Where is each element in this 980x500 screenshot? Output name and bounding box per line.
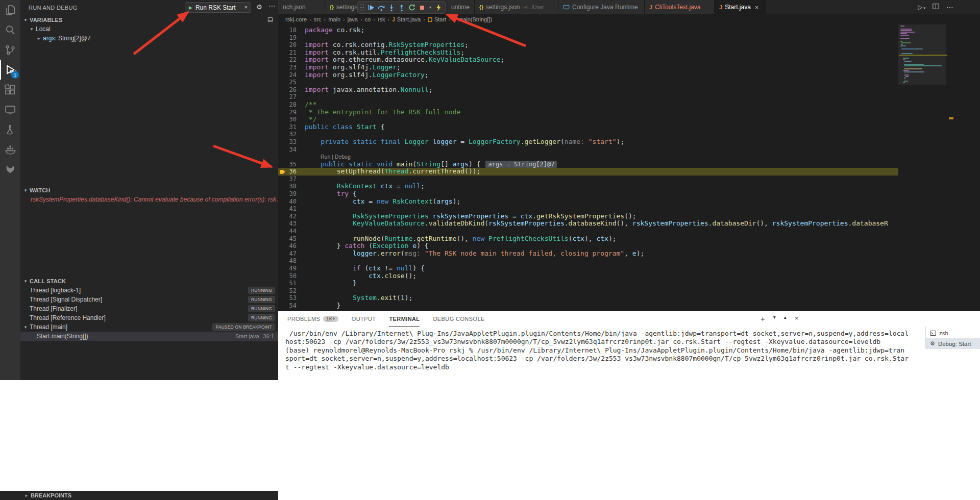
line-number[interactable]: 40 xyxy=(278,198,297,206)
start-debugging-icon[interactable]: ▶ xyxy=(189,5,192,10)
watch-section-header[interactable]: ▾ WATCH xyxy=(20,186,278,195)
variable-item[interactable]: ▸args: String[2]@7 xyxy=(20,34,278,43)
activity-bar-item-search[interactable] xyxy=(0,20,20,40)
code-line-33[interactable]: 33 private static final Logger logger = … xyxy=(278,138,898,146)
launch-config-select[interactable]: ▶ Run RSK Start ▼ xyxy=(185,2,251,13)
line-number[interactable]: 31 xyxy=(278,123,297,131)
run-file-button[interactable]: ▷▾ xyxy=(918,4,925,11)
code-line-48[interactable]: 48 xyxy=(278,257,898,265)
variables-scope-local[interactable]: ▾ Local xyxy=(20,24,278,34)
line-number[interactable]: 38 xyxy=(278,183,297,190)
line-number[interactable]: 46 xyxy=(278,242,297,250)
line-number[interactable]: 29 xyxy=(278,109,297,116)
code-line-21[interactable]: 21import co.rsk.util.PreflightChecksUtil… xyxy=(278,49,898,57)
terminal-list-item-zsh[interactable]: zsh xyxy=(926,328,980,338)
tab-settings-json-3[interactable]: {}settings.json~/.../User xyxy=(475,0,558,14)
breadcrumb-item-start[interactable]: Start xyxy=(428,16,446,22)
code-line-30[interactable]: 30 */ xyxy=(278,116,898,123)
line-number[interactable]: 53 xyxy=(278,294,297,302)
chevron-down-icon[interactable]: ▾ xyxy=(773,314,776,323)
line-number[interactable]: 21 xyxy=(278,49,297,57)
tab-clitoolstest-java-5[interactable]: JCliToolsTest.java xyxy=(645,0,715,14)
line-number[interactable]: 32 xyxy=(278,131,297,138)
code-editor[interactable]: 18package co.rsk;1920import co.rsk.confi… xyxy=(278,24,980,311)
code-line-46[interactable]: 46 } catch (Exception e) { xyxy=(278,242,898,250)
codelens-debug-link[interactable]: Debug xyxy=(335,154,351,160)
line-number[interactable]: 39 xyxy=(278,190,297,198)
gear-icon[interactable]: ⚙ xyxy=(256,3,262,11)
line-number[interactable]: 49 xyxy=(278,265,297,272)
code-line-44[interactable]: 44 xyxy=(278,228,898,235)
line-number[interactable]: 23 xyxy=(278,64,297,71)
line-number[interactable]: 24 xyxy=(278,71,297,79)
step-into-button[interactable] xyxy=(386,2,397,13)
line-number[interactable]: 18 xyxy=(278,27,297,34)
activity-bar-item-explorer[interactable] xyxy=(0,0,20,20)
codelens-run-link[interactable]: Run xyxy=(321,154,330,160)
code-line-35[interactable]: 35 public static void main(String[] args… xyxy=(278,161,898,168)
section-action-icon[interactable] xyxy=(267,17,273,23)
breadcrumb-item-java[interactable]: java xyxy=(348,16,358,22)
minimap[interactable] xyxy=(899,24,947,311)
line-number[interactable]: 43 xyxy=(278,220,297,228)
line-number[interactable]: 25 xyxy=(278,79,297,86)
code-line-47[interactable]: 47 logger.error(msg: "The RSK node main … xyxy=(278,250,898,258)
code-line-24[interactable]: 24import org.slf4j.LoggerFactory; xyxy=(278,71,898,79)
panel-tab-terminal[interactable]: TERMINAL xyxy=(389,311,420,327)
callstack-thread[interactable]: Thread [Signal Dispatcher]RUNNING xyxy=(20,295,278,304)
more-button[interactable]: ▾ xyxy=(427,2,433,13)
code-line-39[interactable]: 39 try { xyxy=(278,190,898,198)
code-line-40[interactable]: 40 ctx = new RskContext(args); xyxy=(278,198,898,206)
activity-bar-item-fox-extension[interactable] xyxy=(0,159,20,179)
code-line-49[interactable]: 49 if (ctx != null) { xyxy=(278,265,898,272)
line-number[interactable]: 52 xyxy=(278,287,297,295)
code-line-29[interactable]: 29 * The entrypoint for the RSK full nod… xyxy=(278,109,898,116)
line-number[interactable]: 33 xyxy=(278,138,297,146)
tab-nch-json-0[interactable]: nch.json xyxy=(278,0,325,14)
line-number[interactable]: 34 xyxy=(278,146,297,154)
line-number[interactable]: 50 xyxy=(278,272,297,280)
code-line-53[interactable]: 53 System.exit(1); xyxy=(278,294,898,302)
split-editor-icon[interactable] xyxy=(933,3,939,12)
callstack-thread[interactable]: Thread [logback-1]RUNNING xyxy=(20,286,278,295)
activity-bar-item-extensions[interactable] xyxy=(0,80,20,99)
tab-start-java-6[interactable]: JStart.java× xyxy=(715,0,766,14)
code-line-19[interactable]: 19 xyxy=(278,34,898,42)
code-line-36[interactable]: 36 setUpThread(Thread.currentThread()); xyxy=(278,168,898,176)
code-line-50[interactable]: 50 ctx.close(); xyxy=(278,272,898,280)
hot-code-replace-button[interactable] xyxy=(433,2,444,13)
more-actions-icon[interactable]: ⋯ xyxy=(946,3,953,11)
breadcrumb-item-main-string-[interactable]: ◆main(String[]) xyxy=(453,16,492,22)
activity-bar-item-testing[interactable] xyxy=(0,119,20,139)
maximize-panel-icon[interactable]: ▴ xyxy=(784,314,787,323)
code-line-27[interactable]: 27 xyxy=(278,93,898,101)
code-line-52[interactable]: 52 xyxy=(278,287,898,295)
code-line-42[interactable]: 42 RskSystemProperties rskSystemProperti… xyxy=(278,213,898,220)
line-number[interactable]: 35 xyxy=(278,161,297,168)
line-number[interactable]: 54 xyxy=(278,302,297,310)
callstack-thread[interactable]: Thread [Reference Handler]RUNNING xyxy=(20,313,278,322)
code-line-43[interactable]: 43 KeyValueDataSource.validateDbKind(rsk… xyxy=(278,220,898,228)
panel-tab-debug-console[interactable]: DEBUG CONSOLE xyxy=(433,311,484,327)
line-number[interactable]: 19 xyxy=(278,34,297,42)
new-terminal-icon[interactable]: + xyxy=(761,314,765,323)
breadcrumb-item-rsk[interactable]: rsk xyxy=(378,16,385,22)
ellipsis-icon[interactable]: ⋯ xyxy=(268,2,276,10)
code-line-26[interactable]: 26import javax.annotation.Nonnull; xyxy=(278,86,898,94)
toolbar-grip[interactable] xyxy=(360,4,364,11)
panel-tab-problems[interactable]: PROBLEMS1K+ xyxy=(287,311,338,327)
panel-tab-output[interactable]: OUTPUT xyxy=(352,311,376,327)
breadcrumb-item-co[interactable]: co xyxy=(365,16,371,22)
restart-button[interactable] xyxy=(407,2,417,13)
code-line-23[interactable]: 23import org.slf4j.Logger; xyxy=(278,64,898,71)
code-line-22[interactable]: 22import org.ethereum.datasource.KeyValu… xyxy=(278,56,898,64)
line-number[interactable]: 41 xyxy=(278,205,297,213)
line-number[interactable]: 44 xyxy=(278,228,297,235)
code-line-51[interactable]: 51 } xyxy=(278,280,898,287)
tab-configure-java-runtime-4[interactable]: Configure Java Runtime xyxy=(558,0,645,14)
line-number[interactable]: 47 xyxy=(278,250,297,258)
callstack-frame-selected[interactable]: Start.main(String[])Start.java36:1 xyxy=(20,332,278,341)
breakpoints-section-header[interactable]: ▸ BREAKPOINTS xyxy=(0,491,278,500)
callstack-thread[interactable]: ▾Thread [main]PAUSED ON BREAKPOINT xyxy=(20,322,278,332)
code-line-28[interactable]: 28/** xyxy=(278,101,898,109)
